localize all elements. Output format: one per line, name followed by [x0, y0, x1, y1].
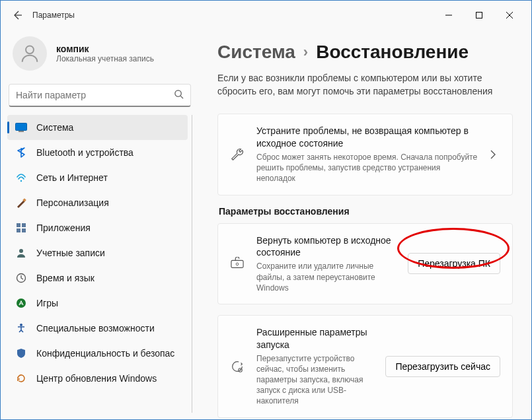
search-box[interactable]: [9, 84, 191, 107]
gaming-icon: [15, 297, 27, 309]
reset-pc-button[interactable]: Перезагрузка ПК: [408, 253, 500, 274]
personalization-icon: [15, 197, 27, 209]
nav-system[interactable]: Система: [7, 115, 188, 140]
nav-update[interactable]: Центр обновления Windows: [7, 366, 188, 391]
svg-line-6: [180, 96, 183, 98]
breadcrumb-parent[interactable]: Система: [217, 42, 295, 63]
nav-bluetooth[interactable]: Bluetooth и устройства: [7, 140, 188, 165]
nav-accounts[interactable]: Учетные записи: [7, 240, 188, 265]
time-icon: [15, 272, 27, 284]
nav-label: Система: [36, 122, 73, 133]
svg-rect-8: [19, 131, 24, 132]
restart-now-button[interactable]: Перезагрузить сейчас: [385, 356, 500, 377]
wrench-icon: [230, 147, 245, 162]
nav-time[interactable]: Время и язык: [7, 265, 188, 291]
window-title: Параметры: [32, 11, 75, 20]
minimize-button[interactable]: [434, 5, 464, 26]
nav-personalization[interactable]: Персонализация: [7, 190, 188, 215]
svg-rect-13: [17, 228, 20, 232]
profile-sub: Локальная учетная запись: [56, 54, 154, 63]
restart-icon: [230, 359, 245, 374]
network-icon: [15, 172, 27, 184]
section-header: Параметры восстановления: [219, 206, 513, 217]
svg-rect-7: [16, 123, 27, 131]
profile-name: компик: [56, 44, 154, 54]
svg-point-17: [17, 298, 26, 308]
svg-point-15: [19, 249, 23, 253]
search-icon: [174, 89, 184, 101]
svg-point-9: [20, 180, 22, 182]
nav-label: Приложения: [36, 223, 91, 233]
nav-label: Персонализация: [36, 197, 109, 208]
privacy-icon: [15, 347, 27, 359]
system-icon: [15, 122, 27, 133]
nav-label: Время и язык: [36, 273, 95, 283]
svg-point-20: [236, 263, 239, 265]
card-title: Вернуть компьютер в исходное состояние: [256, 234, 396, 260]
chevron-right-icon: [490, 150, 500, 159]
svg-rect-1: [476, 13, 482, 18]
troubleshoot-card[interactable]: Устраните проблемы, не возвращая компьют…: [217, 114, 513, 195]
svg-rect-19: [231, 261, 243, 268]
svg-rect-14: [22, 228, 26, 232]
profile-block[interactable]: компик Локальная учетная запись: [7, 30, 192, 83]
card-title: Устраните проблемы, не возвращая компьют…: [256, 125, 478, 150]
nav-accessibility[interactable]: Специальные возможности: [7, 316, 188, 341]
bluetooth-icon: [15, 147, 27, 158]
search-input[interactable]: [16, 90, 174, 100]
svg-rect-11: [17, 223, 20, 227]
reset-pc-card: Вернуть компьютер в исходное состояние С…: [217, 223, 513, 304]
avatar: [13, 36, 47, 71]
nav-apps[interactable]: Приложения: [7, 215, 188, 240]
card-desc: Сброс может занять некоторое время. Снач…: [256, 152, 478, 184]
svg-point-18: [20, 324, 22, 326]
card-desc: Сохраните или удалите личные файлы, а за…: [256, 261, 396, 293]
maximize-button[interactable]: [464, 5, 494, 26]
nav-label: Bluetooth и устройства: [36, 147, 133, 158]
close-button[interactable]: [494, 5, 525, 26]
svg-point-5: [175, 90, 181, 96]
nav-network[interactable]: Сеть и Интернет: [7, 165, 188, 190]
nav-label: Центр обновления Windows: [36, 373, 157, 384]
breadcrumb: Система › Восстановление: [217, 42, 513, 63]
nav-label: Учетные записи: [36, 248, 105, 258]
nav-gaming[interactable]: Игры: [7, 291, 188, 316]
card-title: Расширенные параметры запуска: [256, 326, 373, 351]
nav-label: Игры: [36, 298, 58, 308]
reset-icon: [230, 257, 245, 270]
nav-label: Сеть и Интернет: [36, 172, 108, 183]
nav-label: Конфиденциальность и безопасность: [36, 348, 175, 359]
page-subtitle: Если у вас возникли проблемы с компьютер…: [217, 72, 513, 98]
update-icon: [15, 372, 27, 384]
breadcrumb-current: Восстановление: [316, 42, 469, 63]
accessibility-icon: [15, 322, 27, 334]
advanced-startup-card: Расширенные параметры запуска Перезапуст…: [217, 315, 513, 418]
card-desc: Перезапустите устройство сейчас, чтобы и…: [256, 353, 373, 407]
svg-rect-12: [22, 223, 26, 227]
accounts-icon: [15, 247, 27, 259]
nav-label: Специальные возможности: [36, 323, 155, 333]
apps-icon: [15, 222, 27, 234]
svg-point-4: [26, 46, 34, 53]
nav-privacy[interactable]: Конфиденциальность и безопасность: [7, 341, 188, 366]
chevron-right-icon: ›: [303, 44, 308, 61]
back-button[interactable]: [7, 5, 27, 25]
